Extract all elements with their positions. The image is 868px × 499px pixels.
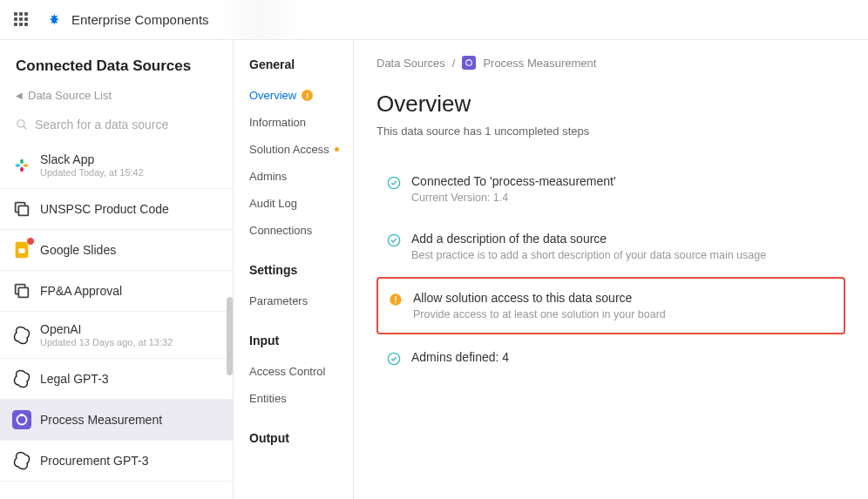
svg-point-3 [469, 59, 471, 61]
main-panel: Data Sources / Process Measurement Overv… [354, 40, 868, 499]
back-link-label: Data Source List [28, 89, 112, 102]
data-source-name: Google Slides [40, 243, 116, 257]
nav-section-heading: Input [249, 334, 353, 347]
search-input[interactable] [35, 118, 217, 131]
openai-icon [12, 369, 31, 388]
steps-list: Connected To 'process-measurement'Curren… [376, 162, 845, 378]
nav-item-label: Connections [249, 224, 312, 237]
data-source-name: Slack App [40, 152, 144, 166]
nav-section: InputAccess ControlEntities [249, 334, 353, 412]
step-title: Connected To 'process-measurement' [411, 174, 616, 188]
slack-icon [12, 156, 31, 175]
left-panel-title: Connected Data Sources [0, 40, 233, 85]
page-subtitle: This data source has 1 uncompleted steps [376, 125, 845, 138]
search-row [0, 111, 233, 142]
nav-section: SettingsParameters [249, 263, 353, 314]
page-title: Overview [376, 91, 845, 118]
process-icon [462, 56, 476, 70]
nav-section-heading: General [249, 57, 353, 71]
apps-grid-icon[interactable] [14, 12, 30, 28]
check-circle-icon [387, 352, 401, 366]
breadcrumb-sep: / [452, 57, 456, 70]
step-item[interactable]: Admins defined: 4 [376, 338, 845, 378]
data-source-item[interactable]: Legal GPT-3 [0, 359, 233, 400]
layout: Connected Data Sources ◀ Data Source Lis… [0, 40, 868, 499]
scrollbar-thumb[interactable] [227, 297, 233, 375]
data-source-item[interactable]: UNSPSC Product Code [0, 189, 233, 230]
top-bar: Enterprise Components [0, 0, 868, 40]
svg-point-2 [466, 60, 472, 66]
step-desc: Provide access to at least one solution … [413, 308, 666, 320]
openai-icon [12, 326, 31, 345]
data-source-meta: Updated 13 Days ago, at 13:32 [40, 337, 173, 347]
data-source-meta: Updated Today, at 15:42 [40, 167, 144, 178]
nav-item[interactable]: Information [249, 109, 353, 136]
nav-item-label: Admins [249, 170, 287, 183]
nav-item-label: Access Control [249, 365, 325, 378]
data-source-item[interactable]: Google Slides [0, 230, 233, 271]
data-source-item[interactable]: Procurement GPT-3 [0, 441, 233, 482]
left-panel: Connected Data Sources ◀ Data Source Lis… [0, 40, 234, 499]
nav-item[interactable]: Access Control [249, 358, 353, 385]
nav-item[interactable]: Audit Log [249, 190, 353, 217]
nav-section-heading: Output [249, 431, 353, 445]
search-icon [16, 118, 28, 131]
data-source-name: Legal GPT-3 [40, 372, 109, 386]
breadcrumb: Data Sources / Process Measurement [376, 56, 845, 70]
brand-title: Enterprise Components [71, 12, 209, 27]
step-title: Add a description of the data source [411, 232, 766, 246]
data-source-name: Procurement GPT-3 [40, 454, 149, 468]
breadcrumb-root[interactable]: Data Sources [376, 57, 445, 70]
data-source-name: Process Measurement [40, 413, 162, 427]
nav-item[interactable]: Solution Access [249, 136, 353, 163]
nav-item-label: Overview [249, 89, 296, 102]
data-source-item[interactable]: Slack AppUpdated Today, at 15:42 [0, 142, 233, 189]
nav-item-label: Solution Access [249, 143, 329, 156]
svg-line-1 [24, 126, 27, 130]
nav-item-label: Entities [249, 392, 287, 405]
warn-badge-icon: ! [302, 90, 313, 101]
data-source-list: Slack AppUpdated Today, at 15:42UNSPSC P… [0, 142, 233, 499]
warn-circle-icon [389, 293, 403, 307]
data-source-name: FP&A Approval [40, 284, 122, 298]
data-source-item[interactable]: Process Measurement [0, 400, 233, 441]
step-title: Allow solution access to this data sourc… [413, 291, 666, 305]
nav-item[interactable]: Parameters [249, 287, 353, 314]
check-circle-icon [387, 176, 401, 190]
dot-indicator-icon [335, 147, 339, 152]
nav-item-label: Parameters [249, 294, 308, 307]
copy-icon [12, 281, 31, 300]
nav-section-heading: Settings [249, 263, 353, 277]
nav-section: Output [249, 431, 353, 445]
chevron-left-icon: ◀ [16, 91, 23, 100]
check-circle-icon [387, 233, 401, 247]
nav-item-label: Audit Log [249, 197, 297, 210]
back-link[interactable]: ◀ Data Source List [0, 85, 233, 111]
data-source-name: UNSPSC Product Code [40, 202, 169, 216]
brand-icon [47, 12, 63, 28]
step-item[interactable]: Add a description of the data sourceBest… [376, 219, 845, 273]
nav-item[interactable]: Connections [249, 217, 353, 244]
nav-panel: GeneralOverview!InformationSolution Acce… [234, 40, 354, 499]
nav-item[interactable]: Overview! [249, 82, 353, 109]
nav-section: GeneralOverview!InformationSolution Acce… [249, 57, 353, 244]
data-source-item[interactable]: OpenAIUpdated 13 Days ago, at 13:32 [0, 312, 233, 359]
data-source-name: OpenAI [40, 322, 173, 336]
svg-point-0 [17, 120, 24, 127]
breadcrumb-current: Process Measurement [483, 57, 596, 70]
step-desc: Current Version: 1.4 [411, 192, 616, 204]
copy-icon [12, 199, 31, 219]
openai-icon [12, 451, 31, 470]
nav-item-label: Information [249, 116, 306, 129]
step-desc: Best practice is to add a short descript… [411, 249, 766, 261]
process-icon [12, 410, 31, 429]
gslides-icon [12, 240, 31, 260]
step-item[interactable]: Connected To 'process-measurement'Curren… [376, 162, 845, 216]
alert-badge [26, 237, 35, 246]
step-title: Admins defined: 4 [411, 350, 509, 364]
data-source-item[interactable]: FP&A Approval [0, 271, 233, 312]
nav-item[interactable]: Admins [249, 163, 353, 190]
nav-item[interactable]: Entities [249, 385, 353, 412]
step-item[interactable]: Allow solution access to this data sourc… [376, 277, 845, 334]
